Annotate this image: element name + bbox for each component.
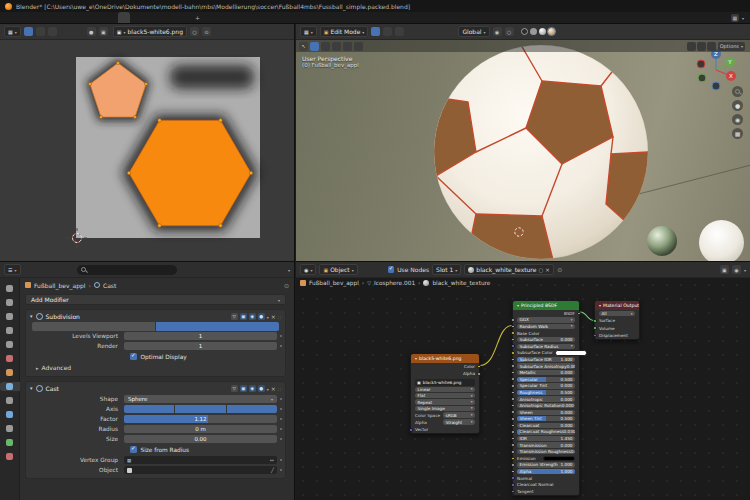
- node-socket[interactable]: [511, 490, 515, 494]
- properties-tab[interactable]: [0, 382, 20, 391]
- subdivision-panel-header[interactable]: ▾ Subdivision ▽ ▣ ◉ ●: [26, 310, 285, 322]
- factor-slider[interactable]: 1.12: [124, 415, 277, 423]
- edit-mode-toggle-icon[interactable]: ▽: [231, 313, 238, 320]
- proportional-edit-button[interactable]: ○: [505, 27, 514, 36]
- viewport-canvas[interactable]: [296, 24, 750, 262]
- unlink-image-button[interactable]: ○: [190, 27, 199, 36]
- node-socket[interactable]: [593, 334, 597, 338]
- image-pin-button[interactable]: ⊙: [202, 27, 211, 36]
- node-socket[interactable]: [511, 318, 515, 322]
- menu-item[interactable]: [0, 12, 10, 23]
- realtime-toggle-icon[interactable]: ▣: [240, 313, 247, 320]
- workspace-tab[interactable]: [118, 12, 130, 23]
- workspace-tab[interactable]: [70, 12, 82, 23]
- uv-mode-button[interactable]: [24, 27, 33, 36]
- node-socket[interactable]: [511, 358, 515, 362]
- menu-item[interactable]: [20, 12, 30, 23]
- mask-mode-button[interactable]: [48, 27, 57, 36]
- node-socket[interactable]: [511, 483, 515, 487]
- node-row[interactable]: Transmission Transmission0.000: [513, 442, 579, 449]
- node-row[interactable]: Roughness Roughness0.500: [513, 389, 579, 396]
- properties-tab[interactable]: [0, 438, 20, 447]
- node-canvas[interactable]: Fußball_bev_appl ▽ Icosphere.001 black_w…: [296, 278, 750, 500]
- node-socket[interactable]: [409, 428, 413, 432]
- drag-handle-icon[interactable]: [278, 313, 281, 320]
- algorithm-button[interactable]: [32, 322, 155, 331]
- node-socket[interactable]: [511, 463, 515, 467]
- node-dropdown[interactable]: Repeat: [415, 399, 475, 404]
- node-header[interactable]: ▾ Material Output: [595, 301, 639, 310]
- scene-selector[interactable]: ▦: [731, 12, 750, 23]
- node-row[interactable]: Base Color Base Color: [513, 330, 579, 337]
- node-row[interactable]: Normal Normal: [513, 475, 579, 482]
- node-socket[interactable]: [511, 344, 515, 348]
- node-socket[interactable]: [593, 326, 597, 330]
- node-socket[interactable]: [593, 319, 597, 323]
- image-texture-node[interactable]: ▾ black5-white6.png Color Color Alpha Al…: [410, 353, 480, 434]
- workspace-tab[interactable]: [142, 12, 154, 23]
- select-tool-icon[interactable]: ↖: [299, 42, 308, 51]
- properties-tab[interactable]: [0, 284, 20, 293]
- solid-shading-button[interactable]: [530, 28, 537, 35]
- mirror-axis-button[interactable]: [707, 42, 716, 51]
- workspace-tab[interactable]: [82, 12, 94, 23]
- breadcrumb-object[interactable]: Fußball_bev_appl: [34, 282, 86, 289]
- pin-icon[interactable]: ⊙: [557, 266, 562, 273]
- node-socket[interactable]: [511, 371, 515, 375]
- node-row[interactable]: Metallic Metallic0.000: [513, 369, 579, 376]
- add-workspace-button[interactable]: +: [190, 12, 205, 23]
- snap-magnet-button[interactable]: ◉: [493, 27, 502, 36]
- properties-tab[interactable]: [0, 410, 20, 419]
- vertex-group-field[interactable]: ▦ ↔: [124, 456, 277, 464]
- camera-toggle-icon[interactable]: ●: [258, 313, 265, 320]
- optimal-display-checkbox[interactable]: [130, 353, 137, 360]
- node-socket[interactable]: [511, 430, 515, 434]
- node-header[interactable]: ▾ black5-white6.png: [411, 354, 479, 363]
- object-field[interactable]: ╱: [124, 466, 277, 474]
- node-row[interactable]: Specular Tint Specular Tint0.000: [513, 383, 579, 390]
- properties-tab[interactable]: [0, 326, 20, 335]
- workspace-tab[interactable]: [154, 12, 166, 23]
- axis-button[interactable]: [227, 405, 277, 413]
- node-socket[interactable]: [511, 450, 515, 454]
- modifier-name[interactable]: Subdivision: [46, 313, 80, 320]
- material-output-node[interactable]: ▾ Material Output All Surface Volume: [594, 300, 640, 340]
- node-row[interactable]: Clearcoat Roughness Clearcoat Roughness0…: [513, 429, 579, 436]
- transform-orientation[interactable]: Global: [458, 26, 489, 37]
- output-target-dropdown[interactable]: All: [599, 311, 635, 316]
- axis-button[interactable]: [124, 405, 174, 413]
- zoom-button[interactable]: [732, 86, 743, 97]
- use-nodes-checkbox[interactable]: [388, 266, 395, 273]
- pan-hand-button[interactable]: ●: [732, 100, 743, 111]
- move-tool[interactable]: [332, 42, 341, 51]
- snap-button[interactable]: ▣: [99, 27, 108, 36]
- node-row[interactable]: Subsurface Color Subsurface Color: [513, 350, 579, 357]
- node-socket[interactable]: [511, 457, 515, 461]
- node-row[interactable]: Transmission Roughness Transmission Roug…: [513, 448, 579, 455]
- vertex-select-button[interactable]: [371, 27, 380, 36]
- breadcrumb-modifier[interactable]: Cast: [103, 282, 116, 289]
- material-shading-button[interactable]: [539, 28, 546, 35]
- node-socket[interactable]: [511, 331, 515, 335]
- number-field[interactable]: 1: [124, 342, 277, 350]
- cast-panel-header[interactable]: ▾ Cast ▽ ▣ ◉ ●: [26, 382, 285, 394]
- node-row[interactable]: Subsurface Anisotropy Subsurface Anisotr…: [513, 363, 579, 370]
- collapse-icon[interactable]: ▾: [415, 356, 417, 361]
- face-select-button[interactable]: [395, 27, 404, 36]
- node-row[interactable]: Alpha Alpha1.000: [513, 468, 579, 475]
- node-socket[interactable]: [511, 391, 515, 395]
- node-row[interactable]: BSDF BSDF: [513, 310, 579, 317]
- properties-tab[interactable]: [0, 354, 20, 363]
- number-field[interactable]: 1: [124, 332, 277, 340]
- node-socket[interactable]: [477, 372, 481, 376]
- material-slot-dropdown[interactable]: Slot 1: [432, 264, 461, 275]
- uv-image-canvas[interactable]: [0, 40, 295, 262]
- node-row[interactable]: Random Walk Random Walk: [513, 323, 579, 330]
- shader-type-dropdown[interactable]: ▣ Object: [319, 264, 357, 275]
- rotate-tool[interactable]: [343, 42, 352, 51]
- workspace-tab[interactable]: [58, 12, 70, 23]
- pivot-point-button[interactable]: ●: [87, 27, 96, 36]
- collapse-icon[interactable]: ▾: [599, 303, 601, 308]
- toggle-grid-button[interactable]: ▦: [732, 128, 743, 139]
- node-row[interactable]: Emission Emission: [513, 455, 579, 462]
